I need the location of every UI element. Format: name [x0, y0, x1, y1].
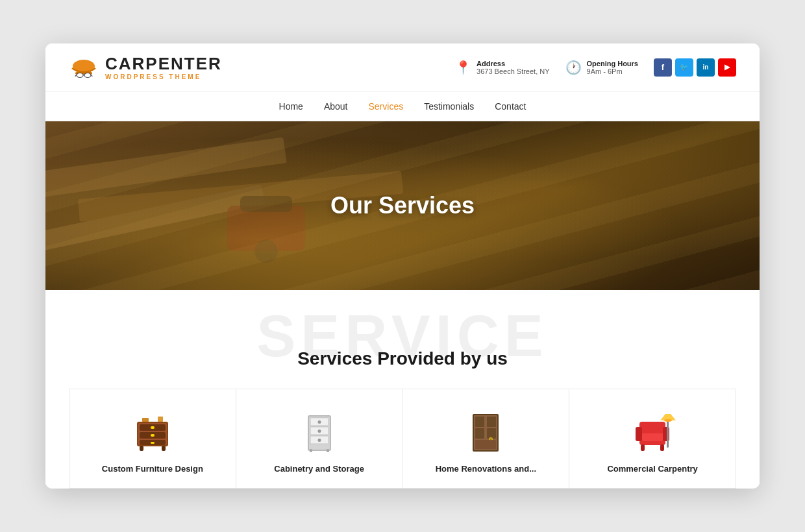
svg-rect-38 [487, 428, 496, 439]
svg-rect-18 [151, 442, 155, 444]
svg-rect-49 [667, 420, 669, 448]
svg-rect-36 [487, 417, 496, 427]
twitter-button[interactable]: 🐦 [675, 58, 693, 77]
svg-rect-21 [142, 418, 149, 422]
location-icon: 📍 [455, 60, 471, 75]
svg-rect-45 [636, 427, 642, 441]
site-header: CARPENTER WORDPRESS THEME 📍 Address 3673… [45, 43, 760, 92]
svg-rect-17 [151, 434, 155, 437]
header-info: 📍 Address 3673 Beech Street, NY 🕐 Openin… [455, 58, 736, 77]
svg-rect-19 [140, 446, 143, 451]
hours-label: Opening Hours [587, 60, 638, 67]
cabinetry-icon [296, 409, 343, 455]
furniture-icon [129, 409, 176, 455]
nav-bar: Home About Services Testimonials Contact [45, 92, 760, 121]
browser-window: CARPENTER WORDPRESS THEME 📍 Address 3673… [45, 43, 760, 489]
svg-rect-31 [310, 449, 312, 452]
renovation-label: Home Renovations and... [436, 463, 536, 475]
social-icons: f 🐦 in ▶ [654, 58, 736, 77]
services-title: Services Provided by us [69, 348, 736, 369]
address-info: 📍 Address 3673 Beech Street, NY [455, 60, 550, 75]
svg-rect-32 [327, 449, 329, 452]
cabinetry-label: Cabinetry and Storage [274, 463, 364, 475]
furniture-label: Custom Furniture Design [102, 463, 203, 475]
service-card-cabinetry[interactable]: Cabinetry and Storage [236, 389, 403, 489]
svg-rect-22 [158, 417, 163, 422]
hero-title: Our Services [330, 192, 475, 219]
service-card-commercial[interactable]: Commercial Carpentry [569, 389, 736, 489]
service-cards-grid: Custom Furniture Design [69, 389, 736, 489]
svg-point-3 [84, 73, 91, 77]
clock-icon: 🕐 [565, 60, 582, 75]
svg-point-2 [77, 73, 83, 77]
nav-services[interactable]: Services [368, 100, 403, 113]
svg-point-28 [317, 420, 321, 424]
address-label: Address [477, 60, 550, 67]
commercial-label: Commercial Carpentry [607, 463, 697, 475]
renovation-icon [462, 409, 509, 455]
logo-text-block: CARPENTER WORDPRESS THEME [105, 54, 222, 80]
logo-title: CARPENTER [105, 54, 222, 73]
svg-point-29 [317, 429, 321, 433]
linkedin-button[interactable]: in [697, 58, 715, 77]
hours-info: 🕐 Opening Hours 9Am - 6Pm [565, 60, 638, 75]
hero-banner: Our Services [45, 121, 760, 290]
svg-point-51 [664, 419, 672, 422]
svg-rect-35 [475, 417, 484, 427]
svg-rect-20 [162, 446, 166, 451]
logo-icon [69, 53, 99, 82]
svg-point-30 [317, 439, 321, 442]
commercial-icon [629, 409, 676, 455]
facebook-button[interactable]: f [654, 58, 672, 77]
nav-testimonials[interactable]: Testimonials [424, 100, 474, 113]
svg-rect-43 [642, 432, 663, 441]
svg-rect-48 [660, 444, 664, 451]
svg-rect-47 [641, 444, 645, 451]
svg-rect-40 [475, 440, 496, 449]
services-section: SERVICE Services Provided by us [45, 290, 760, 489]
logo-area: CARPENTER WORDPRESS THEME [69, 53, 222, 82]
svg-rect-16 [151, 426, 155, 429]
service-card-renovation[interactable]: Home Renovations and... [403, 389, 570, 489]
svg-rect-44 [639, 422, 665, 433]
address-value: 3673 Beech Street, NY [477, 67, 550, 75]
service-card-furniture[interactable]: Custom Furniture Design [69, 389, 236, 489]
youtube-button[interactable]: ▶ [718, 58, 736, 77]
nav-about[interactable]: About [324, 100, 348, 113]
logo-subtitle: WORDPRESS THEME [105, 73, 222, 80]
nav-contact[interactable]: Contact [495, 100, 526, 113]
svg-point-41 [490, 438, 492, 440]
hours-value: 9Am - 6Pm [587, 67, 638, 75]
nav-home[interactable]: Home [279, 100, 303, 113]
svg-rect-37 [475, 428, 484, 439]
